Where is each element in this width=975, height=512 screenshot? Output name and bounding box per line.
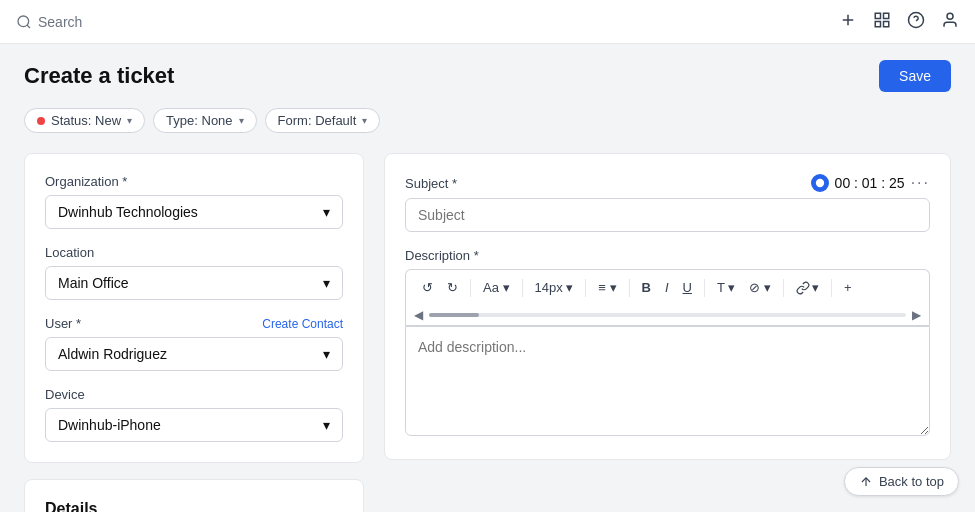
user-icon[interactable] [941, 11, 959, 33]
timer: 00 : 01 : 25 ··· [811, 174, 930, 192]
ticket-form: Subject * 00 : 01 : 25 ··· Description *… [384, 153, 951, 460]
location-label: Location [45, 245, 343, 260]
user-select[interactable]: Aldwin Rodriguez ▾ [45, 337, 343, 371]
type-chevron-icon: ▾ [239, 115, 244, 126]
scroll-left-icon[interactable]: ◀ [414, 308, 423, 322]
toolbar-sep-5 [704, 279, 705, 297]
device-select[interactable]: Dwinhub-iPhone ▾ [45, 408, 343, 442]
status-bar: Status: New ▾ Type: None ▾ Form: Default… [24, 108, 951, 133]
bold-button[interactable]: B [636, 276, 657, 299]
timer-display: 00 : 01 : 25 [835, 175, 905, 191]
undo-button[interactable]: ↺ [416, 276, 439, 299]
type-pill[interactable]: Type: None ▾ [153, 108, 257, 133]
main-content: Organization * Dwinhub Technologies ▾ Lo… [24, 153, 951, 512]
toolbar-sep-2 [522, 279, 523, 297]
highlight-button[interactable]: ⊘ ▾ [743, 276, 777, 299]
right-panel: Subject * 00 : 01 : 25 ··· Description *… [384, 153, 951, 512]
subject-label: Subject * [405, 176, 457, 191]
page: Create a ticket Save Status: New ▾ Type:… [0, 44, 975, 512]
redo-button[interactable]: ↻ [441, 276, 464, 299]
back-to-top-button[interactable]: Back to top [844, 467, 959, 496]
svg-rect-4 [875, 13, 880, 18]
toolbar-scrollbar: ◀ ▶ [405, 305, 930, 326]
svg-rect-7 [884, 21, 889, 26]
description-input[interactable] [405, 326, 930, 436]
grid-icon[interactable] [873, 11, 891, 33]
topnav-actions [839, 11, 959, 33]
desc-label: Description * [405, 248, 930, 263]
timer-icon [811, 174, 829, 192]
save-button[interactable]: Save [879, 60, 951, 92]
form-label: Form: Default [278, 113, 357, 128]
help-icon[interactable] [907, 11, 925, 33]
svg-point-0 [18, 16, 29, 27]
editor-toolbar: ↺ ↻ Aa ▾ 14px ▾ ≡ ▾ B I U T ▾ ⊘ ▾ [405, 269, 930, 305]
font-button[interactable]: Aa ▾ [477, 276, 516, 299]
insert-button[interactable]: + [838, 276, 858, 299]
add-icon[interactable] [839, 11, 857, 33]
user-label: User * Create Contact [45, 316, 343, 331]
subject-header: Subject * 00 : 01 : 25 ··· [405, 174, 930, 192]
search-bar[interactable]: Search [16, 14, 839, 30]
arrow-up-icon [859, 475, 873, 489]
details-section: Details Assignee Aldwin Rodriguez ✕ ▾ [24, 479, 364, 512]
svg-rect-5 [884, 13, 889, 18]
timer-more-icon[interactable]: ··· [911, 174, 930, 192]
align-button[interactable]: ≡ ▾ [592, 276, 622, 299]
toolbar-sep-1 [470, 279, 471, 297]
form-chevron-icon: ▾ [362, 115, 367, 126]
page-title: Create a ticket [24, 63, 174, 89]
svg-line-1 [27, 25, 30, 28]
scroll-track [429, 313, 906, 317]
form-pill[interactable]: Form: Default ▾ [265, 108, 381, 133]
subject-input[interactable] [405, 198, 930, 232]
svg-rect-6 [875, 21, 880, 26]
details-title: Details [45, 500, 343, 512]
org-chevron-icon: ▾ [323, 204, 330, 220]
italic-button[interactable]: I [659, 276, 675, 299]
underline-button[interactable]: U [677, 276, 698, 299]
org-select[interactable]: Dwinhub Technologies ▾ [45, 195, 343, 229]
status-dot [37, 117, 45, 125]
contact-section: Organization * Dwinhub Technologies ▾ Lo… [24, 153, 364, 463]
location-chevron-icon: ▾ [323, 275, 330, 291]
device-label: Device [45, 387, 343, 402]
type-label: Type: None [166, 113, 233, 128]
toolbar-sep-4 [629, 279, 630, 297]
page-header: Create a ticket Save [24, 60, 951, 92]
fontsize-button[interactable]: 14px ▾ [529, 276, 580, 299]
topnav: Search [0, 0, 975, 44]
left-panel: Organization * Dwinhub Technologies ▾ Lo… [24, 153, 364, 512]
status-pill[interactable]: Status: New ▾ [24, 108, 145, 133]
toolbar-sep-3 [585, 279, 586, 297]
toolbar-sep-7 [831, 279, 832, 297]
status-chevron-icon: ▾ [127, 115, 132, 126]
text-color-button[interactable]: T ▾ [711, 276, 741, 299]
toolbar-sep-6 [783, 279, 784, 297]
location-select[interactable]: Main Office ▾ [45, 266, 343, 300]
org-label: Organization * [45, 174, 343, 189]
search-icon [16, 14, 32, 30]
create-contact-link[interactable]: Create Contact [262, 317, 343, 331]
scroll-right-icon[interactable]: ▶ [912, 308, 921, 322]
search-label: Search [38, 14, 82, 30]
svg-point-10 [947, 13, 953, 19]
device-chevron-icon: ▾ [323, 417, 330, 433]
scroll-thumb [429, 313, 479, 317]
link-button[interactable]: ▾ [790, 276, 825, 299]
user-chevron-icon: ▾ [323, 346, 330, 362]
status-label: Status: New [51, 113, 121, 128]
